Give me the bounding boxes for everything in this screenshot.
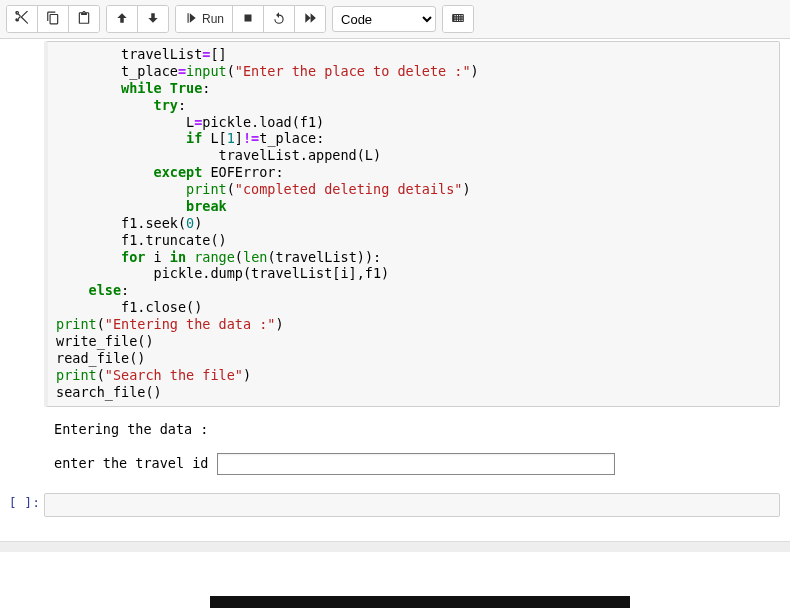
stop-icon <box>241 11 255 28</box>
output-prompt <box>0 413 44 485</box>
output-line-1: Entering the data : <box>54 419 780 441</box>
command-palette-button[interactable] <box>443 6 473 32</box>
restart-icon <box>272 11 286 28</box>
arrow-up-icon <box>115 11 129 28</box>
interrupt-button[interactable] <box>232 6 263 32</box>
code-cell: travelList=[] t_place=input("Enter the p… <box>0 39 790 413</box>
empty-cell: [ ]: <box>0 491 790 523</box>
output-area: Entering the data : enter the travel id <box>44 413 790 485</box>
move-up-button[interactable] <box>107 6 137 32</box>
output-cell: Entering the data : enter the travel id <box>0 413 790 485</box>
code-editor[interactable]: travelList=[] t_place=input("Enter the p… <box>44 41 780 407</box>
footer-bar <box>0 541 790 552</box>
run-button[interactable]: Run <box>176 6 232 32</box>
celltype-select[interactable]: CodeMarkdownRaw NBConvertHeading <box>332 6 436 32</box>
empty-cell-prompt: [ ]: <box>0 491 44 523</box>
copy-button[interactable] <box>37 6 68 32</box>
toolbar: Run CodeMarkdownRaw NBConvertHeading <box>0 0 790 39</box>
restart-run-all-button[interactable] <box>294 6 325 32</box>
stdin-input[interactable] <box>217 453 615 475</box>
empty-code-editor[interactable] <box>44 493 780 517</box>
move-group <box>106 5 169 33</box>
code-prompt <box>0 39 44 413</box>
run-label: Run <box>202 12 224 26</box>
run-icon <box>184 11 198 28</box>
cut-button[interactable] <box>7 6 37 32</box>
keyboard-icon <box>451 11 465 28</box>
code-text: travelList=[] t_place=input("Enter the p… <box>48 42 779 406</box>
arrow-down-icon <box>146 11 160 28</box>
restart-button[interactable] <box>263 6 294 32</box>
notebook: travelList=[] t_place=input("Enter the p… <box>0 39 790 523</box>
paste-icon <box>77 11 91 28</box>
cmd-palette-group <box>442 5 474 33</box>
fast-forward-icon <box>303 11 317 28</box>
clipboard-group <box>6 5 100 33</box>
paste-button[interactable] <box>68 6 99 32</box>
stdin-prompt-label: enter the travel id <box>54 455 208 471</box>
scissors-icon <box>15 11 29 28</box>
copy-icon <box>46 11 60 28</box>
move-down-button[interactable] <box>137 6 168 32</box>
run-group: Run <box>175 5 326 33</box>
